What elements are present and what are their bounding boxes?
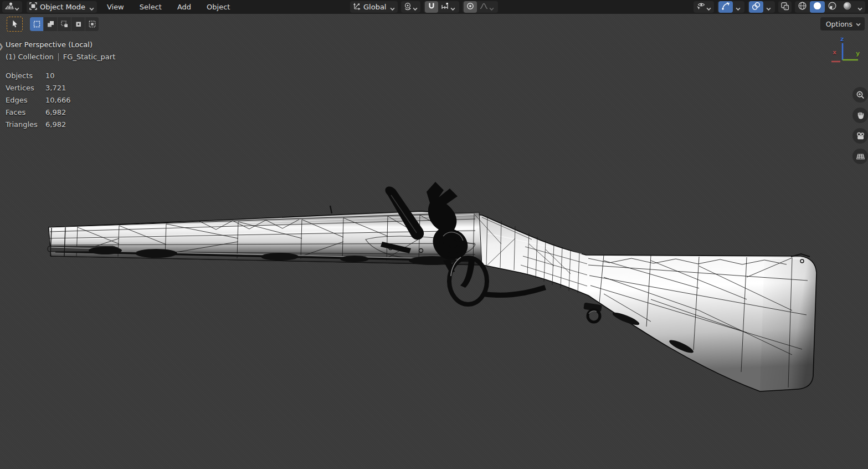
axis-z-label: z (840, 35, 844, 43)
select-mode-invert[interactable] (71, 17, 85, 31)
stat-objects: Objects10 (6, 70, 71, 82)
chevron-down-icon (389, 4, 396, 10)
xray-toggle[interactable] (778, 1, 792, 13)
overlays-dropdown[interactable] (748, 1, 775, 13)
menu-select[interactable]: Select (134, 1, 167, 13)
snap-with-dropdown[interactable] (438, 1, 458, 13)
select-mode-subtract[interactable] (58, 17, 71, 31)
navigation-axis-gizmo[interactable]: z y x (829, 37, 860, 64)
orientation-label: Global (361, 3, 389, 11)
viewport-nav-column (852, 87, 868, 169)
select-mode-group (30, 17, 99, 31)
collection-breadcrumb: (1) Collection (6, 51, 54, 63)
pan-button[interactable] (852, 108, 868, 123)
view-info-overlay: User Perspective (Local) (1) Collection … (6, 39, 115, 63)
chevron-down-icon (706, 4, 712, 10)
chevron-down-icon (89, 4, 95, 10)
gizmos-toggle[interactable] (718, 1, 733, 13)
chevron-down-icon (450, 4, 456, 10)
chevron-down-icon (489, 4, 495, 10)
falloff-dropdown[interactable] (477, 1, 497, 13)
overlays-icon (752, 2, 761, 13)
zoom-button[interactable] (852, 87, 868, 103)
falloff-curve-icon (479, 2, 489, 13)
active-tool-select-box[interactable] (7, 17, 23, 32)
proportional-editing-toggle[interactable] (464, 1, 477, 13)
chevron-down-icon[interactable] (857, 4, 863, 10)
pivot-point-dropdown[interactable] (401, 1, 420, 13)
breadcrumb-divider (58, 53, 59, 61)
gun-model[interactable] (0, 0, 868, 469)
xray-icon (780, 1, 790, 13)
shading-solid-icon (813, 1, 822, 13)
chevron-down-icon (735, 4, 741, 10)
select-mode-intersect[interactable] (85, 17, 99, 31)
editor-type-button[interactable] (2, 1, 22, 13)
select-box-tool-icon (11, 19, 19, 30)
mode-dropdown[interactable]: Object Mode (27, 1, 97, 13)
shading-material-icon (828, 1, 837, 13)
transform-orientation-icon (352, 2, 361, 13)
show-object-types-dropdown[interactable] (694, 1, 714, 13)
object-mode-icon (29, 2, 38, 13)
active-object-name: FG_Static_part (63, 51, 115, 63)
pan-hand-icon (856, 111, 865, 120)
perspective-toggle-button[interactable] (852, 149, 868, 164)
toolbar-region-toggle-arrow[interactable]: ❯ (0, 42, 4, 50)
options-button[interactable]: Options (820, 17, 865, 30)
select-mode-set[interactable] (30, 17, 43, 31)
sling-swivel (583, 303, 602, 322)
editor-type-3d-viewport-icon (4, 1, 14, 13)
stat-triangles: Triangles6,982 (6, 119, 71, 131)
snap-magnet-icon (427, 2, 436, 13)
chevron-down-icon (766, 4, 772, 10)
shading-wireframe-icon (798, 1, 807, 13)
butt-shading (760, 256, 816, 391)
camera-view-button[interactable] (852, 128, 868, 144)
scene-statistics: Objects10 Vertices3,721 Edges10,666 Face… (6, 70, 71, 131)
stat-edges: Edges10,666 (6, 94, 71, 106)
snapping-control[interactable] (424, 1, 459, 13)
show-object-types-eye-icon (696, 2, 706, 13)
transform-orientation-dropdown[interactable]: Global (350, 1, 398, 13)
tool-settings-row: Options (0, 17, 868, 32)
camera-view-icon (856, 131, 865, 141)
snap-increment-icon (440, 2, 450, 13)
perspective-grid-icon (856, 152, 865, 161)
menu-add[interactable]: Add (172, 1, 197, 13)
mode-label: Object Mode (38, 3, 89, 11)
stat-faces: Faces6,982 (6, 106, 71, 119)
proportional-editing-control[interactable] (463, 1, 498, 13)
shading-mode-group (795, 1, 865, 13)
shading-wireframe-button[interactable] (795, 1, 810, 13)
shading-solid-button[interactable] (810, 1, 825, 13)
snap-magnet-toggle[interactable] (425, 1, 438, 13)
zoom-icon (856, 90, 865, 100)
blender-3d-viewport[interactable]: Object Mode View Select Add Object Globa… (0, 0, 868, 469)
chevron-down-icon (14, 4, 20, 10)
shading-rendered-button[interactable] (840, 1, 855, 13)
shading-rendered-icon (843, 1, 852, 13)
options-label: Options (826, 20, 852, 28)
gizmos-dropdown[interactable] (717, 1, 744, 13)
chevron-down-icon (412, 4, 418, 10)
stat-vertices: Vertices3,721 (6, 82, 71, 94)
menu-view[interactable]: View (101, 1, 130, 13)
shading-material-button[interactable] (825, 1, 840, 13)
pivot-point-icon (403, 2, 412, 13)
viewport-header: Object Mode View Select Add Object Globa… (0, 0, 868, 14)
gizmo-icon (721, 2, 730, 13)
overlays-toggle[interactable] (749, 1, 763, 13)
proportional-editing-icon (466, 2, 475, 13)
menu-object[interactable]: Object (201, 1, 235, 13)
chevron-down-icon (855, 21, 861, 27)
axis-x-label: x (833, 49, 836, 56)
view-perspective-label: User Perspective (Local) (6, 39, 115, 51)
select-mode-extend[interactable] (44, 17, 57, 31)
axis-y-label: y (856, 50, 860, 57)
